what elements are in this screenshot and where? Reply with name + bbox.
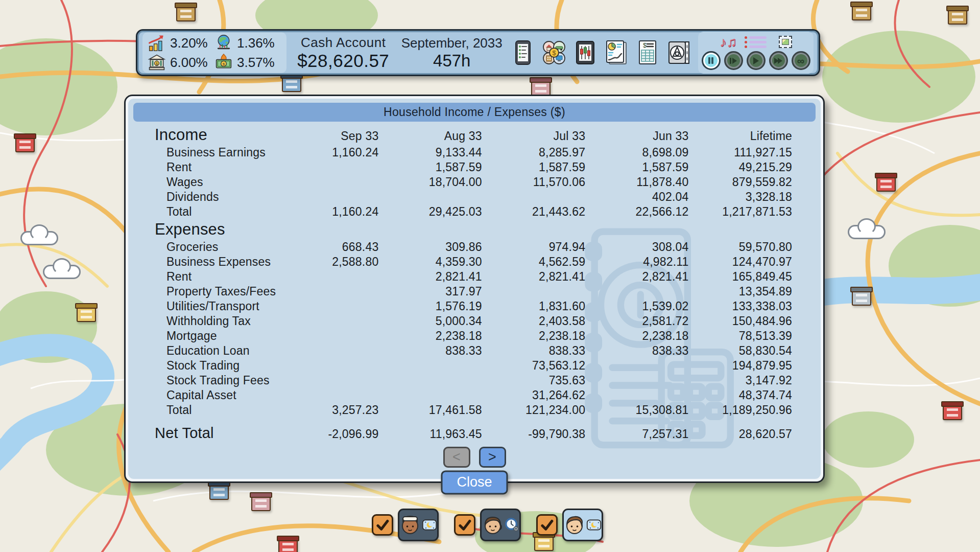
cell-value: 9,133.44	[378, 145, 482, 160]
row-label: Capital Asset	[155, 388, 275, 403]
playback-controls: ∞	[702, 51, 810, 70]
cell-value: 4,359.30	[378, 255, 482, 269]
cash-account-display: Cash Account $28,620.57	[292, 35, 395, 71]
check-icon	[375, 517, 390, 533]
svg-text:$: $	[156, 61, 158, 66]
cell-value: 1,189,250.96	[689, 403, 792, 418]
row-label: Utilities/Transport	[155, 299, 275, 314]
dialog-title: Household Income / Expenses ($)	[384, 105, 565, 119]
cash-account-label: Cash Account	[301, 35, 386, 51]
media-icon-row: ♪♫	[720, 35, 792, 49]
net-total-value: -2,096.99	[275, 419, 378, 442]
music-icon[interactable]: ♪♫	[720, 35, 737, 49]
fast-forward-button[interactable]	[769, 51, 788, 70]
cell-value: 1,587.59	[378, 160, 482, 175]
current-date: September, 2033	[401, 35, 503, 51]
cell-value: 124,470.97	[689, 255, 792, 269]
stat-market-growth: 3.20%	[148, 34, 214, 52]
character-2-checkbox[interactable]	[454, 514, 475, 536]
cell-value: 838.33	[482, 343, 585, 358]
cell-value: 13,354.89	[689, 284, 792, 299]
net-total-value: 11,963.45	[378, 419, 482, 442]
cell-value: 121,234.00	[482, 403, 585, 418]
map-building-icon	[531, 81, 551, 96]
cell-value: 1,576.19	[378, 299, 482, 314]
close-button[interactable]: Close	[441, 470, 508, 494]
cell-value: 1,160.24	[275, 204, 378, 219]
stock-market-icon[interactable]	[573, 40, 597, 65]
character-group-2	[454, 509, 521, 541]
cell-value: 1,587.59	[585, 160, 688, 175]
cell-value: 150,484.96	[689, 314, 792, 329]
cloud-icon	[20, 231, 58, 245]
cell-value: 4,562.59	[482, 255, 585, 269]
previous-page-button[interactable]: <	[443, 447, 470, 468]
character-2-card[interactable]	[480, 509, 521, 541]
cell-value: 308.04	[585, 240, 688, 255]
row-label: Mortgage	[155, 329, 275, 343]
row-label: Rent	[155, 160, 275, 175]
cell-value: 22,566.12	[585, 204, 688, 219]
character-1-card[interactable]	[398, 509, 439, 541]
market-growth-icon	[148, 34, 166, 52]
max-speed-button[interactable]: ∞	[792, 51, 810, 70]
cell-value: 3,328.18	[689, 190, 792, 204]
menu-icon-row: $	[509, 40, 693, 65]
row-label: Total	[155, 204, 275, 219]
pause-button[interactable]	[702, 51, 721, 70]
cell-value: 879,559.82	[689, 175, 792, 190]
cloud-icon	[43, 265, 81, 279]
playlist-icon[interactable]	[749, 36, 767, 48]
cell-value: 194,879.95	[689, 358, 792, 373]
cell-value: 974.94	[482, 240, 585, 255]
sleeping-icon	[586, 518, 602, 532]
character-tray	[372, 509, 603, 541]
column-header: Jul 33	[482, 129, 585, 144]
column-header: Sep 33	[275, 129, 378, 144]
next-page-button[interactable]: >	[479, 447, 506, 468]
income-expenses-table: IncomeSep 33Aug 33Jul 33Jun 33LifetimeBu…	[128, 122, 821, 442]
svg-text:$: $	[223, 62, 225, 66]
row-label: Education Loan	[155, 343, 275, 358]
column-header: Lifetime	[689, 129, 792, 144]
section-header: Income	[155, 125, 275, 145]
check-icon	[457, 517, 472, 533]
row-label: Dividends	[155, 190, 275, 204]
cell-value: 838.33	[585, 343, 688, 358]
character-3-card[interactable]	[562, 509, 603, 541]
play-button[interactable]	[747, 51, 766, 70]
map-building-icon	[278, 539, 298, 552]
cell-value: 2,238.18	[585, 329, 688, 343]
finances-icon[interactable]: $	[635, 40, 660, 65]
cell-value: 73,563.12	[482, 358, 585, 373]
cell-value: 838.33	[378, 343, 482, 358]
game-screen: 3.20% 1.36%	[0, 0, 980, 552]
cell-value: 1,160.24	[275, 145, 378, 160]
economy-stats-panel: 3.20% 1.36%	[142, 32, 286, 73]
cash-account-value: $28,620.57	[297, 51, 389, 71]
top-bar: 3.20% 1.36%	[136, 29, 820, 76]
cell-value: 111,927.15	[689, 145, 792, 160]
character-3-checkbox[interactable]	[536, 514, 558, 536]
tasks-phone-icon[interactable]	[511, 40, 535, 65]
net-total-label: Net Total	[155, 418, 275, 441]
almanac-icon[interactable]	[666, 40, 691, 65]
character-1-checkbox[interactable]	[372, 514, 393, 536]
stat-value: 6.00%	[170, 55, 208, 71]
map-building-icon	[852, 290, 871, 306]
global-market-icon	[214, 34, 233, 52]
cell-value: 309.86	[378, 240, 482, 255]
map-building-icon	[77, 307, 96, 322]
screenshot-icon[interactable]	[779, 36, 792, 48]
row-label: Property Taxes/Fees	[155, 284, 275, 299]
row-label: Withholding Tax	[155, 314, 275, 329]
cell-value: 4,982.11	[585, 255, 688, 269]
map-building-icon	[176, 6, 196, 21]
check-icon	[539, 517, 555, 533]
row-label: Stock Trading	[155, 358, 275, 373]
reports-icon[interactable]	[604, 40, 629, 65]
cell-value: 58,830.54	[689, 343, 792, 358]
character-3-portrait	[564, 514, 585, 536]
step-button[interactable]	[724, 51, 743, 70]
assets-icon[interactable]: $	[542, 40, 566, 65]
